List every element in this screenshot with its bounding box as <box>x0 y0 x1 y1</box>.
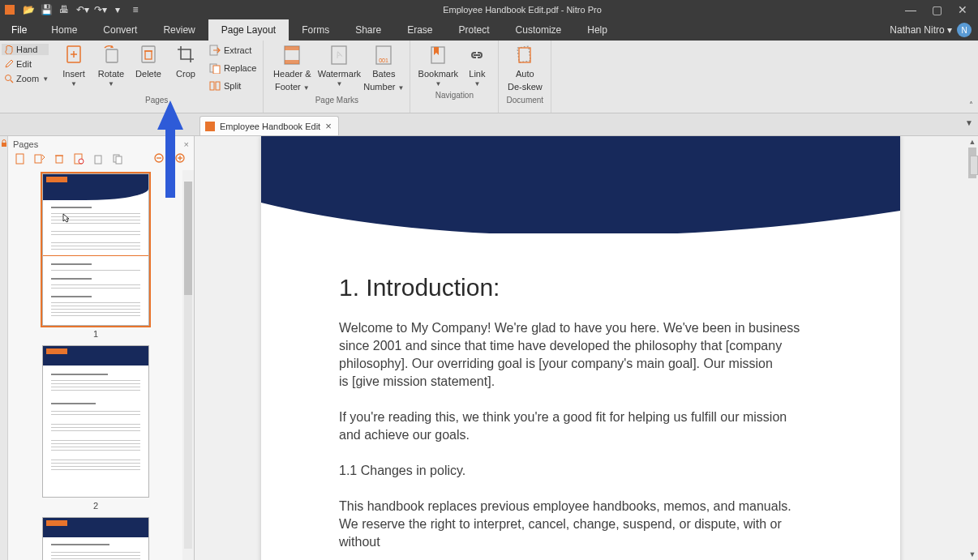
document-viewer[interactable]: 1. Introduction: Welcome to My Company! … <box>195 136 978 560</box>
minimize-button[interactable]: — <box>903 3 918 16</box>
insert-button[interactable]: Insert▼ <box>55 42 92 94</box>
tab-convert[interactable]: Convert <box>90 19 150 41</box>
pages-panel-toolbar <box>8 151 194 170</box>
svg-text:A: A <box>335 49 345 60</box>
ribbon-collapse-button[interactable]: ˄ <box>963 41 978 113</box>
page-thumbnail-3[interactable] <box>42 517 149 560</box>
group-label-nav: Navigation <box>415 89 493 103</box>
svg-point-33 <box>79 159 84 164</box>
ruler-tab[interactable] <box>970 156 978 175</box>
thumbnails-list: 1 2 <box>8 170 194 560</box>
edit-tool[interactable]: Edit <box>2 58 49 70</box>
auto-deskew-button[interactable]: Auto De-skew <box>504 42 546 94</box>
cursor-icon <box>62 213 72 223</box>
extract-button[interactable]: Extract <box>208 42 258 58</box>
save-icon[interactable]: 💾 <box>41 4 52 15</box>
copy-page-icon[interactable] <box>112 153 123 165</box>
document-tab[interactable]: Employee Handbook Edit × <box>199 116 339 135</box>
replace-button[interactable]: Replace <box>208 60 258 76</box>
tab-customize[interactable]: Customize <box>503 19 575 41</box>
hand-tool[interactable]: Hand <box>2 44 49 55</box>
page-thumbnail-1[interactable]: 1 <box>42 173 149 339</box>
svg-rect-12 <box>213 66 220 74</box>
zoom-tool[interactable]: Zoom▼ <box>2 73 49 84</box>
rotate-page-icon[interactable] <box>92 153 104 165</box>
zoom-in-thumbs-icon[interactable] <box>174 152 187 165</box>
delete-page-icon[interactable] <box>54 153 65 165</box>
tab-review[interactable]: Review <box>150 19 208 41</box>
tab-erase[interactable]: Erase <box>394 19 445 41</box>
hand-icon <box>4 45 14 54</box>
doc-paragraph: Welcome to My Company! We're glad to hav… <box>339 319 803 373</box>
watermark-icon: A <box>329 44 349 66</box>
pdf-icon <box>205 122 215 131</box>
page-thumbnail-2[interactable]: 2 <box>42 345 149 511</box>
svg-point-1 <box>6 75 11 81</box>
link-icon <box>467 44 487 66</box>
group-label-marks: Page Marks <box>268 94 405 108</box>
svg-rect-27 <box>2 143 6 147</box>
file-menu[interactable]: File <box>0 19 38 41</box>
pages-panel: Pages × <box>8 136 195 560</box>
tab-protect[interactable]: Protect <box>446 19 503 41</box>
header-footer-button[interactable]: Header & Footer ▼ <box>268 42 315 94</box>
page-view: 1. Introduction: Welcome to My Company! … <box>261 136 900 560</box>
bookmark-button[interactable]: Bookmark▼ <box>415 42 461 89</box>
split-button[interactable]: Split <box>208 78 258 94</box>
title-bar: 📂 💾 🖶 ↶▾ ↷▾ ▾ ≡ Employee Handbook Edit.p… <box>0 0 978 19</box>
edit-icon <box>4 59 14 69</box>
tab-home[interactable]: Home <box>38 19 90 41</box>
insert-page-icon[interactable] <box>15 153 26 165</box>
delete-button[interactable]: Delete <box>130 42 167 94</box>
bates-number-button[interactable]: 001 Bates Number ▼ <box>362 42 405 94</box>
ribbon-group-page-marks: Header & Footer ▼ A Watermark▼ 001 Bates… <box>264 41 410 113</box>
svg-rect-16 <box>285 46 299 50</box>
print-icon[interactable]: 🖶 <box>58 4 70 15</box>
zoom-out-thumbs-icon[interactable] <box>153 152 166 165</box>
replace-page-icon[interactable] <box>73 153 84 165</box>
rotate-button[interactable]: Rotate▼ <box>92 42 130 94</box>
select-icon[interactable]: ▾ <box>112 4 123 15</box>
undo-icon[interactable]: ↶▾ <box>76 4 88 15</box>
thumbnails-scrollbar[interactable] <box>182 170 194 560</box>
ribbon-mini-tools: Hand Edit Zoom▼ <box>0 41 50 113</box>
qat-more-icon[interactable]: ≡ <box>130 4 141 15</box>
doc-paragraph: If you're reading this, we think you're … <box>339 408 803 444</box>
group-label-doc: Document <box>504 94 546 108</box>
rotate-icon <box>101 44 121 66</box>
link-button[interactable]: Link▼ <box>461 42 493 89</box>
user-avatar[interactable]: N <box>957 23 972 37</box>
viewer-scrollbar[interactable]: ▲ ▼ <box>967 136 978 560</box>
doc-subheading: 1.1 Changes in policy. <box>339 462 803 480</box>
tabs-expand-button[interactable]: ▼ <box>965 118 973 127</box>
app-icon <box>5 5 16 15</box>
open-icon[interactable]: 📂 <box>23 4 34 15</box>
tab-forms[interactable]: Forms <box>289 19 342 41</box>
doc-paragraph: is [give mission statement]. <box>339 373 803 391</box>
svg-rect-0 <box>5 5 15 15</box>
group-label-pages: Pages <box>55 94 258 108</box>
wave-divider <box>261 203 900 251</box>
crop-button[interactable]: Crop <box>167 42 204 94</box>
watermark-button[interactable]: A Watermark▼ <box>315 42 362 94</box>
extract-icon <box>209 45 221 56</box>
pages-panel-close[interactable]: × <box>184 139 189 149</box>
tab-page-layout[interactable]: Page Layout <box>208 19 289 41</box>
svg-rect-36 <box>116 156 122 164</box>
close-tab-button[interactable]: × <box>325 120 332 132</box>
extract-page-icon[interactable] <box>34 153 45 165</box>
split-icon <box>209 80 221 92</box>
tab-share[interactable]: Share <box>342 19 394 41</box>
bates-icon: 001 <box>374 44 393 66</box>
maximize-button[interactable]: ▢ <box>929 3 944 16</box>
window-title: Employee Handbook Edit.pdf - Nitro Pro <box>141 5 903 15</box>
svg-rect-23 <box>474 54 480 56</box>
insert-icon <box>64 44 84 66</box>
redo-icon[interactable]: ↷▾ <box>94 4 105 15</box>
user-name[interactable]: Nathan Nitro ▾ <box>890 24 952 36</box>
lock-icon[interactable] <box>0 139 8 147</box>
close-button[interactable]: ✕ <box>955 3 970 16</box>
doc-paragraph: This handbook replaces previous employee… <box>339 498 803 551</box>
svg-rect-8 <box>145 51 152 59</box>
tab-help[interactable]: Help <box>574 19 620 41</box>
